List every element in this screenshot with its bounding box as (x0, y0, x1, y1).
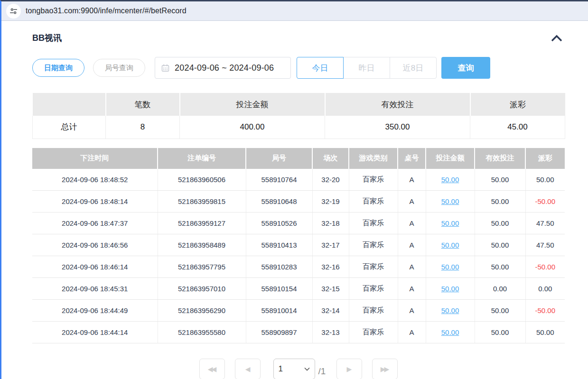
cell-bet-time: 2024-09-06 18:46:14 (32, 256, 158, 278)
cell-session: 32-13 (312, 322, 349, 343)
cell-round-no: 558910014 (246, 300, 312, 322)
cell-bet-amount: 50.00 (426, 300, 475, 322)
cell-valid-bet: 50.00 (475, 234, 525, 256)
cell-order-no: 521863958489 (158, 234, 246, 256)
bet-amount-link[interactable]: 50.00 (441, 306, 459, 314)
bet-amount-link[interactable]: 50.00 (441, 176, 459, 184)
cell-valid-bet: 0.00 (475, 278, 525, 300)
cell-payout: -50.00 (525, 300, 565, 322)
summary-header-bet-amount: 投注金额 (180, 93, 325, 116)
cell-table-no: A (398, 322, 426, 343)
quick-today-button[interactable]: 今日 (297, 57, 344, 79)
cell-bet-amount: 50.00 (426, 322, 475, 343)
summary-total-valid-bet: 350.00 (325, 116, 470, 139)
table-row: 2024-09-06 18:46:14 521863957795 5589102… (32, 256, 565, 278)
cell-game-type: 百家乐 (349, 191, 398, 213)
cell-bet-amount: 50.00 (426, 256, 475, 278)
browser-url-bar[interactable]: tongbao31.com:9900/infe/mcenter/#/betRec… (1, 1, 588, 21)
cell-round-no: 558910413 (246, 234, 312, 256)
cell-session: 32-17 (312, 234, 349, 256)
cell-bet-time: 2024-09-06 18:44:49 (32, 300, 158, 322)
cell-game-type: 百家乐 (349, 300, 398, 322)
cell-payout: 47.50 (525, 234, 565, 256)
summary-total-count: 8 (106, 116, 180, 139)
cell-table-no: A (398, 169, 426, 191)
bet-amount-link[interactable]: 50.00 (441, 219, 459, 227)
cell-valid-bet: 50.00 (475, 169, 525, 191)
last-page-button[interactable]: ▶▶ (372, 359, 398, 379)
chevron-down-icon (304, 367, 310, 371)
date-query-tab[interactable]: 日期查询 (32, 59, 84, 77)
quick-range-group: 今日 昨日 近8日 (297, 57, 437, 79)
bet-amount-link[interactable]: 50.00 (441, 241, 459, 249)
cell-round-no: 558910648 (246, 191, 312, 213)
cell-valid-bet: 50.00 (475, 256, 525, 278)
quick-last8days-button[interactable]: 近8日 (390, 57, 437, 79)
cell-session: 32-20 (312, 169, 349, 191)
cell-order-no: 521863959815 (158, 191, 246, 213)
search-button[interactable]: 查询 (441, 57, 490, 79)
bet-amount-link[interactable]: 50.00 (441, 197, 459, 205)
cell-game-type: 百家乐 (349, 169, 398, 191)
calendar-icon (161, 64, 169, 72)
cell-game-type: 百家乐 (349, 322, 398, 343)
header-session: 场次 (312, 148, 349, 169)
cell-valid-bet: 50.00 (475, 213, 525, 234)
cell-payout: 47.50 (525, 213, 565, 234)
summary-header-payout: 派彩 (470, 93, 565, 116)
cell-bet-time: 2024-09-06 18:44:14 (32, 322, 158, 343)
cell-bet-time: 2024-09-06 18:47:37 (32, 213, 158, 234)
table-row: 2024-09-06 18:44:14 521863955580 5589098… (32, 322, 565, 343)
cell-round-no: 558910764 (246, 169, 312, 191)
url-text[interactable]: tongbao31.com:9900/infe/mcenter/#/betRec… (26, 7, 187, 15)
page-select[interactable]: 1 (273, 359, 315, 379)
cell-bet-amount: 50.00 (426, 234, 475, 256)
quick-yesterday-button[interactable]: 昨日 (343, 57, 390, 79)
header-payout: 派彩 (525, 148, 565, 169)
table-row: 2024-09-06 18:46:56 521863958489 5589104… (32, 234, 565, 256)
cell-order-no: 521863960506 (158, 169, 246, 191)
cell-session: 32-16 (312, 256, 349, 278)
filter-toolbar: 日期查询 局号查询 2024-09-06 ~ 2024-09-06 今日 昨日 … (32, 57, 565, 79)
bet-records-table: 下注时间 注单编号 局号 场次 游戏类别 桌号 投注金额 有效投注 派彩 202… (32, 148, 565, 344)
cell-round-no: 558910526 (246, 213, 312, 234)
site-settings-icon[interactable] (6, 4, 21, 18)
cell-bet-time: 2024-09-06 18:48:14 (32, 191, 158, 213)
cell-bet-time: 2024-09-06 18:48:52 (32, 169, 158, 191)
table-header-row: 下注时间 注单编号 局号 场次 游戏类别 桌号 投注金额 有效投注 派彩 (32, 148, 565, 169)
cell-session: 32-18 (312, 213, 349, 234)
cell-valid-bet: 50.00 (475, 322, 525, 343)
round-query-tab[interactable]: 局号查询 (93, 59, 145, 77)
chevron-right-icon: ▶ (347, 365, 352, 373)
collapse-panel-button[interactable] (551, 34, 565, 42)
cell-order-no: 521863956290 (158, 300, 246, 322)
header-bet-amount: 投注金额 (426, 148, 475, 169)
prev-page-button[interactable]: ◀ (235, 359, 261, 379)
cell-game-type: 百家乐 (349, 234, 398, 256)
cell-payout: 50.00 (525, 322, 565, 343)
cell-payout: -50.00 (525, 191, 565, 213)
chevron-left-icon: ◀ (245, 365, 251, 373)
page-title: BB视讯 (32, 32, 62, 44)
cell-table-no: A (398, 191, 426, 213)
table-row: 2024-09-06 18:45:31 521863957010 5589101… (32, 278, 565, 300)
header-bet-time: 下注时间 (32, 148, 158, 169)
bet-amount-link[interactable]: 50.00 (441, 285, 459, 293)
bet-amount-link[interactable]: 50.00 (441, 328, 459, 336)
cell-table-no: A (398, 256, 426, 278)
summary-table: 笔数 投注金额 有效投注 派彩 总计 8 400.00 350.00 45.00 (32, 93, 565, 139)
date-range-input[interactable]: 2024-09-06 ~ 2024-09-06 (155, 57, 291, 79)
cell-game-type: 百家乐 (349, 278, 398, 300)
first-page-button[interactable]: ◀◀ (199, 359, 225, 379)
summary-total-row: 总计 8 400.00 350.00 45.00 (33, 116, 565, 139)
cell-bet-amount: 50.00 (426, 278, 475, 300)
header-valid-bet: 有效投注 (475, 148, 525, 169)
cell-order-no: 521863955580 (158, 322, 246, 343)
cell-order-no: 521863957010 (158, 278, 246, 300)
summary-total-payout: 45.00 (470, 116, 565, 139)
summary-total-label: 总计 (33, 116, 106, 139)
bet-amount-link[interactable]: 50.00 (441, 263, 459, 271)
cell-order-no: 521863959127 (158, 213, 246, 234)
table-row: 2024-09-06 18:48:14 521863959815 5589106… (32, 191, 565, 213)
next-page-button[interactable]: ▶ (336, 359, 362, 379)
